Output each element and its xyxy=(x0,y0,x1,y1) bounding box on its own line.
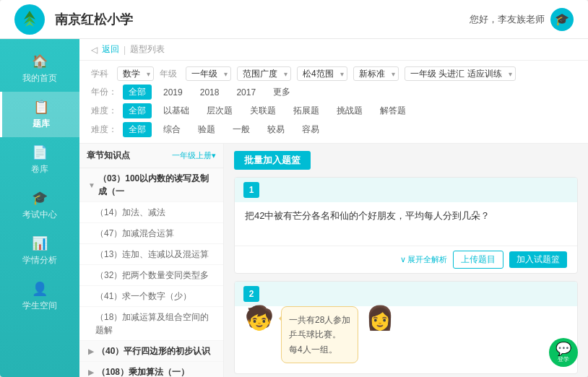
papers-icon: 📄 xyxy=(32,144,48,160)
user-avatar: 🎓 xyxy=(550,8,574,31)
year-2019[interactable]: 2019 xyxy=(157,86,189,99)
sidebar-label-student-space: 学生空间 xyxy=(22,300,57,312)
type-3[interactable]: 一般 xyxy=(227,122,256,137)
difficulty-label: 难度： xyxy=(91,105,117,117)
subject-label: 学科 xyxy=(91,68,111,80)
filter-bar: 学科 数学 年级 一年级 范围广度 xyxy=(79,61,588,144)
type-2[interactable]: 验题 xyxy=(192,122,221,137)
grade-select[interactable]: 一年级 xyxy=(186,66,231,81)
breadcrumb-arrow-icon: ◁ xyxy=(91,45,98,55)
type-all[interactable]: 全部 xyxy=(123,122,152,137)
exam-icon: 🎓 xyxy=(32,190,48,206)
diff-1[interactable]: 以基础 xyxy=(157,103,195,118)
diff-all[interactable]: 全部 xyxy=(123,103,152,118)
wechat-label: 登学 xyxy=(558,355,569,363)
standard-select[interactable]: 新标准 xyxy=(353,66,399,81)
breadcrumb-back[interactable]: 返回 xyxy=(102,43,119,56)
tree-parent-2-label: （40）平行四边形的初步认识 xyxy=(97,344,210,358)
tree-arrow-icon-2: ▶ xyxy=(88,346,94,357)
tree-parent-3[interactable]: ▶ （108）乘加算法（一） xyxy=(79,362,223,377)
diff-2[interactable]: 层次题 xyxy=(201,103,238,118)
right-panel-header: 批量加入题篮 xyxy=(234,151,578,170)
tree-child-6[interactable]: （18）加减运算及组合空间的题解 xyxy=(79,307,223,341)
analysis-icon: 📊 xyxy=(32,235,48,251)
chevron-down-icon: ∨ xyxy=(400,255,406,264)
speech-line-2: 乒乓球比赛。 xyxy=(289,327,350,342)
question-1-text: 把42中被有芒分各名和仙的个好朋友，平均每人分到几朵？ xyxy=(245,210,490,221)
sidebar-label-papers: 卷库 xyxy=(31,163,48,176)
expand-solution-button[interactable]: ∨ 展开全解析 xyxy=(400,254,447,265)
sidebar-item-my-home[interactable]: 🏠 我的首页 xyxy=(0,46,79,92)
speech-line-3: 每4人一组。 xyxy=(289,342,350,357)
school-name: 南京红松小学 xyxy=(55,11,470,28)
sidebar-label-questions: 题库 xyxy=(33,118,50,130)
diff-6[interactable]: 解答题 xyxy=(374,103,412,118)
sidebar-item-student-space[interactable]: 👤 学生空间 xyxy=(0,274,79,319)
question-2-number: 2 xyxy=(243,286,259,302)
tree-parent-2[interactable]: ▶ （40）平行四边形的初步认识 xyxy=(79,341,223,362)
type-1[interactable]: 综合 xyxy=(157,122,186,137)
batch-add-title: 批量加入题篮 xyxy=(234,151,311,170)
type-4[interactable]: 较易 xyxy=(261,122,290,137)
question-1-body: 把42中被有芒分各名和仙的个好朋友，平均每人分到几朵？ xyxy=(235,202,577,246)
breadcrumb-separator: | xyxy=(124,45,126,55)
question-card-1: 1 把42中被有芒分各名和仙的个好朋友，平均每人分到几朵？ ∨ 展开全解析 上传… xyxy=(234,177,578,274)
tree-child-3[interactable]: （13）连加、连减以及混运算 xyxy=(79,244,223,265)
add-basket-button[interactable]: 加入试题篮 xyxy=(509,251,567,268)
diff-4[interactable]: 拓展题 xyxy=(287,103,325,118)
question-2-header: 2 xyxy=(235,282,577,306)
sidebar-label-learning-analysis: 学情分析 xyxy=(22,254,57,266)
year-label: 年份： xyxy=(91,86,117,98)
user-info: 您好，李友族老师 🎓 xyxy=(470,8,574,31)
sidebar: 🏠 我的首页 📋 题库 📄 卷库 🎓 考试中心 📊 学情分析 👤 学生空 xyxy=(0,39,79,377)
year-all[interactable]: 全部 xyxy=(123,84,152,100)
tree-child-5[interactable]: （41）求一个数字（少） xyxy=(79,286,223,307)
tree-arrow-icon: ▼ xyxy=(88,180,95,191)
questions-icon: 📋 xyxy=(33,99,49,115)
figure-right-icon: 👩 xyxy=(366,306,394,329)
sidebar-item-learning-analysis[interactable]: 📊 学情分析 xyxy=(0,228,79,274)
question-list-panel: 批量加入题篮 1 把42中被有芒分各名和仙的个好朋友，平均每人分到几朵？ ∨ xyxy=(224,144,588,377)
grade-label: 年级 xyxy=(160,68,180,80)
tree-header: 章节知识点 一年级上册▾ xyxy=(79,144,223,168)
tree-child-1[interactable]: （14）加法、减法 xyxy=(79,202,223,223)
type-label: 难度： xyxy=(91,124,117,136)
sidebar-label-my-home: 我的首页 xyxy=(22,72,57,84)
tree-grade-select[interactable]: 一年级上册▾ xyxy=(172,150,216,161)
wechat-badge[interactable]: 💬 登学 xyxy=(549,338,578,367)
top-bar: 南京红松小学 您好，李友族老师 🎓 xyxy=(0,0,588,39)
question-card-2: 2 🧒 一共有28人参加 乒乓球比赛。 每4人一组。 👩 xyxy=(234,281,578,374)
school-logo xyxy=(14,4,45,35)
scope-value-select[interactable]: 松4范围 xyxy=(297,66,347,81)
diff-3[interactable]: 关联题 xyxy=(244,103,282,118)
standard-value-select[interactable]: 一年级 头进汇 适应训练 xyxy=(405,66,516,81)
question-1-header: 1 xyxy=(235,178,577,202)
student-icon: 👤 xyxy=(32,281,48,297)
tree-child-2[interactable]: （47）加减混合运算 xyxy=(79,223,223,244)
question-1-footer: ∨ 展开全解析 上传题目 加入试题篮 xyxy=(235,246,577,273)
user-greeting: 您好，李友族老师 xyxy=(470,13,545,26)
type-5[interactable]: 容易 xyxy=(296,122,325,137)
year-more[interactable]: 更多 xyxy=(267,84,296,100)
breadcrumb: ◁ 返回 | 题型列表 xyxy=(79,39,588,61)
diff-5[interactable]: 挑战题 xyxy=(331,103,368,118)
expand-label: 展开全解析 xyxy=(407,254,447,265)
year-2017[interactable]: 2017 xyxy=(230,86,261,99)
subject-select[interactable]: 数学 xyxy=(117,66,154,81)
tree-child-4[interactable]: （32）把两个数量变同类型多 xyxy=(79,265,223,286)
sidebar-item-exam-center[interactable]: 🎓 考试中心 xyxy=(0,183,79,228)
tree-parent-1[interactable]: ▼ （03）100以内数的读写及制成（一 xyxy=(79,168,223,202)
question-2-sketch: 🧒 一共有28人参加 乒乓球比赛。 每4人一组。 👩 xyxy=(235,306,577,373)
speech-line-1: 一共有28人参加 xyxy=(289,313,350,327)
filter-row-year: 年份： 全部 2019 2018 2017 更多 xyxy=(91,84,576,100)
sidebar-label-exam-center: 考试中心 xyxy=(22,209,57,221)
knowledge-tree-panel: 章节知识点 一年级上册▾ ▼ （03）100以内数的读写及制成（一 （14）加法… xyxy=(79,144,224,377)
sidebar-item-papers[interactable]: 📄 卷库 xyxy=(0,137,79,183)
scope-select[interactable]: 范围广度 xyxy=(237,66,291,81)
figure-left-icon: 🧒 xyxy=(245,306,274,329)
upload-question-button[interactable]: 上传题目 xyxy=(453,251,503,269)
year-2018[interactable]: 2018 xyxy=(194,86,225,99)
tree-parent-3-label: （108）乘加算法（一） xyxy=(97,365,189,377)
wechat-icon: 💬 xyxy=(555,342,571,355)
sidebar-item-questions[interactable]: 📋 题库 xyxy=(0,92,79,137)
